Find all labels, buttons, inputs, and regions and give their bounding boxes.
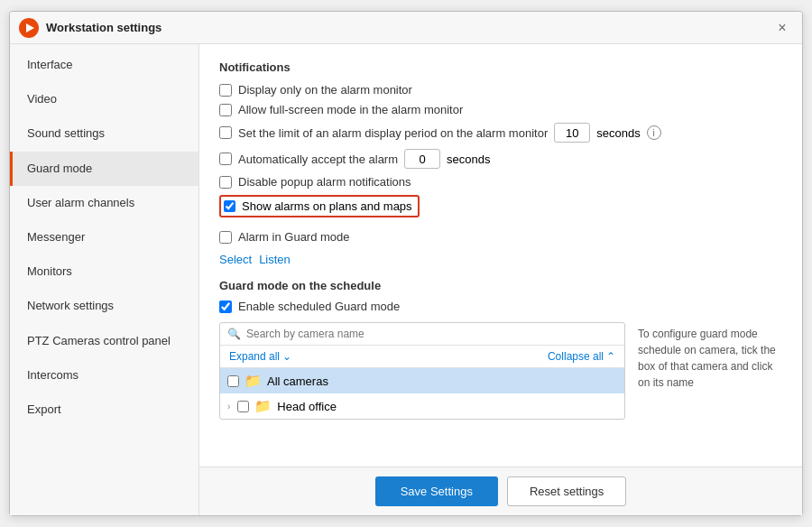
sidebar-item-network-settings[interactable]: Network settings <box>10 289 198 323</box>
sidebar-item-video[interactable]: Video <box>10 82 198 116</box>
save-settings-button[interactable]: Save Settings <box>375 476 498 506</box>
show-alarms-highlighted-row: Show alarms on plans and maps <box>219 195 420 217</box>
cb-show-alarms[interactable] <box>224 200 235 212</box>
folder-icon: 📁 <box>245 373 262 389</box>
content-area: Notifications Display only on the alarm … <box>199 44 802 467</box>
workstation-settings-window: Workstation settings × Interface Video S… <box>9 11 803 516</box>
cb-row-disable-popup: Disable popup alarm notifications <box>219 175 782 189</box>
cb-row-allow-fullscreen: Allow full-screen mode in the alarm moni… <box>219 103 782 116</box>
guard-area: 🔍 Expand all ⌄ Collapse all ⌃ <box>219 322 782 420</box>
titlebar: Workstation settings × <box>10 12 802 44</box>
sidebar-item-interface[interactable]: Interface <box>10 48 198 82</box>
cb-auto-accept[interactable] <box>219 153 232 165</box>
cb-enable-schedule[interactable] <box>219 300 232 313</box>
collapse-all-button[interactable]: Collapse all ⌃ <box>548 350 615 363</box>
alarm-period-input[interactable]: 10 <box>554 123 590 143</box>
cb-all-cameras[interactable] <box>227 375 239 387</box>
camera-row-all-cameras[interactable]: 📁 All cameras <box>220 368 624 393</box>
cb-row-alarm-guard: Alarm in Guard mode <box>219 230 782 244</box>
sidebar: Interface Video Sound settings Guard mod… <box>10 44 199 515</box>
listen-link[interactable]: Listen <box>259 253 291 266</box>
cb-head-office[interactable] <box>237 401 249 412</box>
cb-row-enable-schedule: Enable scheduled Guard mode <box>219 300 782 313</box>
cb-disable-popup[interactable] <box>219 176 232 189</box>
auto-accept-input[interactable]: 0 <box>404 149 440 169</box>
cb-row-display-only: Display only on the alarm monitor <box>219 83 782 97</box>
expand-collapse-row: Expand all ⌄ Collapse all ⌃ <box>220 346 624 368</box>
sidebar-item-messenger[interactable]: Messenger <box>10 220 198 254</box>
sidebar-item-monitors[interactable]: Monitors <box>10 254 198 289</box>
cb-alarm-guard[interactable] <box>219 231 232 244</box>
sidebar-item-guard-mode[interactable]: Guard mode <box>10 152 198 186</box>
camera-box: 🔍 Expand all ⌄ Collapse all ⌃ <box>219 322 625 420</box>
seconds-label-2: seconds <box>447 153 490 166</box>
sidebar-item-sound-settings[interactable]: Sound settings <box>10 116 198 151</box>
info-icon[interactable]: i <box>647 125 661 140</box>
expand-all-button[interactable]: Expand all ⌄ <box>229 350 291 363</box>
cb-row-auto-accept: Automatically accept the alarm 0 seconds <box>219 149 782 169</box>
folder-icon-2: 📁 <box>254 398 272 414</box>
camera-search-input[interactable] <box>246 328 617 340</box>
window-title: Workstation settings <box>46 21 771 34</box>
window-body: Interface Video Sound settings Guard mod… <box>10 44 802 515</box>
search-icon: 🔍 <box>227 328 241 340</box>
sidebar-item-ptz[interactable]: PTZ Cameras control panel <box>10 324 198 358</box>
head-office-label: Head office <box>277 400 337 413</box>
chevron-right-icon: › <box>227 402 230 411</box>
all-cameras-label: All cameras <box>267 374 328 388</box>
camera-row-head-office[interactable]: › 📁 Head office <box>220 393 624 419</box>
cb-display-only[interactable] <box>219 84 232 97</box>
cb-set-limit[interactable] <box>219 126 232 139</box>
select-link[interactable]: Select <box>219 253 252 266</box>
sidebar-item-user-alarm-channels[interactable]: User alarm channels <box>10 186 198 220</box>
camera-search-row: 🔍 <box>220 323 624 346</box>
sidebar-item-export[interactable]: Export <box>10 393 198 427</box>
links-row: Select Listen <box>219 253 782 266</box>
guard-tip-text: To configure guard mode schedule on came… <box>638 328 776 389</box>
footer: Save Settings Reset settings <box>199 467 802 515</box>
seconds-label-1: seconds <box>596 126 640 140</box>
app-logo <box>19 18 39 38</box>
chevron-up-icon: ⌃ <box>606 350 615 363</box>
guard-left-panel: 🔍 Expand all ⌄ Collapse all ⌃ <box>219 322 625 420</box>
close-button[interactable]: × <box>771 17 793 39</box>
guard-tip-panel: To configure guard mode schedule on came… <box>638 322 782 420</box>
chevron-down-icon: ⌄ <box>282 350 291 363</box>
show-alarms-label: Show alarms on plans and maps <box>242 199 412 213</box>
notifications-section-title: Notifications <box>219 60 782 74</box>
reset-settings-button[interactable]: Reset settings <box>507 476 626 506</box>
sidebar-item-intercoms[interactable]: Intercoms <box>10 358 198 393</box>
guard-mode-section-title: Guard mode on the schedule <box>219 279 782 292</box>
cb-allow-fullscreen[interactable] <box>219 104 232 116</box>
main-content: Notifications Display only on the alarm … <box>199 44 802 515</box>
cb-row-set-limit: Set the limit of an alarm display period… <box>219 123 782 143</box>
